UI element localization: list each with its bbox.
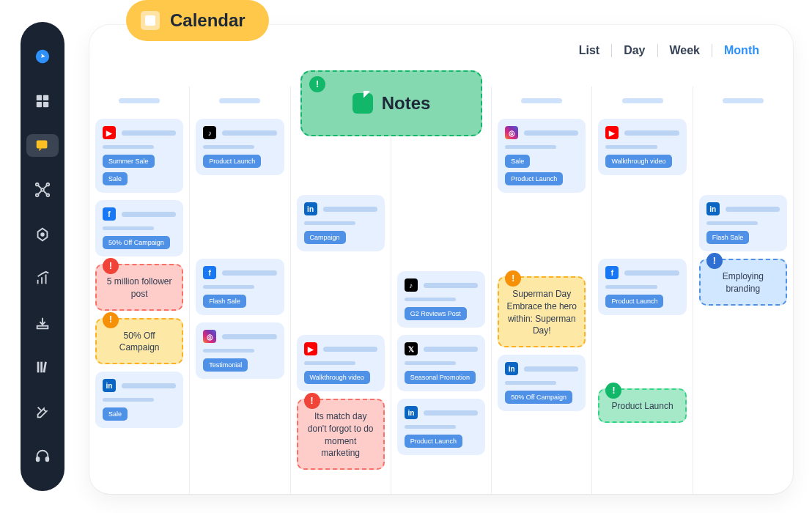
svg-rect-3: [37, 102, 42, 107]
svg-rect-1: [37, 95, 42, 100]
note-card[interactable]: ! 50% Off Campaign: [95, 318, 183, 365]
post-card[interactable]: ▶ Summer SaleSale: [95, 119, 183, 193]
post-card[interactable]: f 50% Off Campaign: [95, 200, 183, 256]
tag[interactable]: Product Launch: [605, 295, 663, 308]
view-day[interactable]: Day: [612, 44, 657, 57]
tag[interactable]: Seasonal Promotion: [405, 371, 476, 384]
day-column: in Flash Sale ! Employing branding: [693, 86, 793, 494]
tag[interactable]: 50% Off Campaign: [505, 391, 572, 404]
notes-label: Notes: [382, 93, 431, 114]
instagram-icon: ◎: [203, 330, 216, 343]
note-card[interactable]: ! Its match day don't forgot to do momen…: [297, 399, 385, 470]
tiktok-icon: ♪: [405, 278, 418, 292]
post-card[interactable]: in Product Launch: [397, 399, 485, 455]
note-text: Its match day don't forgot to do moment …: [306, 410, 376, 460]
sidebar-tools-icon[interactable]: [26, 401, 59, 424]
note-card[interactable]: ! Superman Day Embrace the hero within: …: [498, 276, 586, 347]
note-card[interactable]: ! Employing branding: [699, 259, 787, 306]
svg-rect-2: [43, 95, 48, 100]
tag[interactable]: Sale: [103, 407, 128, 421]
svg-rect-24: [43, 362, 47, 373]
tag[interactable]: 50% Off Campaign: [103, 236, 170, 249]
view-week[interactable]: Week: [658, 44, 712, 57]
post-card[interactable]: in Campaign: [297, 195, 385, 251]
post-card[interactable]: in 50% Off Campaign: [498, 355, 586, 411]
facebook-icon: f: [203, 266, 216, 279]
tag[interactable]: Product Launch: [505, 172, 563, 185]
note-card[interactable]: ! Product Launch: [598, 388, 686, 423]
page-title: Calendar: [170, 10, 246, 31]
linkedin-icon: in: [706, 202, 720, 215]
tag[interactable]: Product Launch: [203, 155, 261, 168]
sidebar-dashboard-icon[interactable]: [26, 90, 59, 113]
day-header: [196, 92, 284, 108]
day-header: [498, 92, 586, 108]
note-card[interactable]: ! 5 million follower post: [95, 264, 183, 311]
tag[interactable]: Sale: [103, 172, 128, 185]
svg-point-16: [41, 233, 44, 236]
sidebar-analytics-icon[interactable]: [26, 267, 59, 290]
calendar-grid: ▶ Summer SaleSale f 50% Off Campaign ! 5…: [89, 86, 793, 494]
svg-line-25: [38, 407, 42, 411]
tag[interactable]: Product Launch: [405, 435, 462, 448]
view-month[interactable]: Month: [712, 44, 771, 57]
sidebar-nav-icon[interactable]: [26, 45, 59, 68]
post-card[interactable]: ◎ SaleProduct Launch: [498, 119, 586, 193]
tiktok-icon: ♪: [203, 126, 216, 139]
post-card[interactable]: in Flash Sale: [699, 195, 787, 251]
calendar-pill: Calendar: [126, 0, 269, 41]
note-icon: [353, 93, 373, 114]
tag[interactable]: Walkthrough video: [304, 371, 370, 384]
post-card[interactable]: ♪ G2 Reviews Post: [397, 271, 485, 328]
day-column: ▶ Walkthrough video f Product Launch ! P…: [591, 86, 692, 494]
svg-rect-4: [43, 102, 48, 107]
post-card[interactable]: in Sale: [95, 372, 183, 428]
view-tabs: List Day Week Month: [567, 44, 771, 57]
tag[interactable]: Walkthrough video: [605, 155, 671, 168]
sidebar-download-icon[interactable]: [26, 312, 59, 335]
post-card[interactable]: ▶ Walkthrough video: [598, 119, 686, 175]
sidebar-chat-icon[interactable]: [26, 134, 59, 157]
svg-point-9: [36, 194, 39, 197]
note-text: 50% Off Campaign: [104, 330, 174, 355]
tag[interactable]: Summer Sale: [103, 155, 155, 168]
linkedin-icon: in: [505, 362, 518, 375]
day-header: [598, 92, 686, 108]
post-card[interactable]: 𝕏 Seasonal Promotion: [397, 335, 485, 391]
day-column: ♪ Product Launch f Flash Sale ◎ Testimon…: [189, 86, 289, 494]
notes-block[interactable]: ! Notes: [300, 70, 482, 136]
day-header: [95, 92, 183, 108]
youtube-icon: ▶: [605, 126, 619, 139]
alert-icon: !: [605, 383, 621, 399]
note-text: Employing branding: [708, 270, 778, 295]
facebook-icon: f: [605, 266, 619, 279]
post-card[interactable]: f Product Launch: [598, 259, 686, 315]
alert-icon: !: [103, 258, 119, 274]
svg-rect-5: [37, 141, 48, 149]
tag[interactable]: G2 Reviews Post: [405, 307, 467, 320]
sidebar-support-icon[interactable]: [26, 445, 59, 468]
view-list[interactable]: List: [567, 44, 611, 57]
sidebar-library-icon[interactable]: [26, 356, 59, 379]
post-card[interactable]: ▶ Walkthrough video: [297, 335, 385, 391]
svg-point-10: [47, 194, 50, 197]
sidebar-target-icon[interactable]: [26, 223, 59, 246]
svg-line-14: [44, 191, 47, 194]
linkedin-icon: in: [405, 406, 418, 419]
alert-icon: !: [103, 312, 119, 328]
instagram-icon: ◎: [505, 126, 518, 139]
svg-rect-26: [37, 457, 40, 462]
svg-point-8: [47, 183, 50, 186]
note-text: Superman Day Embrace the hero within: Su…: [506, 288, 577, 337]
svg-point-7: [36, 183, 39, 186]
post-card[interactable]: f Flash Sale: [196, 259, 284, 315]
tag[interactable]: Flash Sale: [706, 231, 750, 244]
tag[interactable]: Testimonial: [203, 358, 248, 372]
post-card[interactable]: ♪ Product Launch: [196, 119, 284, 175]
tag[interactable]: Campaign: [304, 231, 346, 244]
tag[interactable]: Flash Sale: [203, 295, 246, 308]
day-column: ▶ Summer SaleSale f 50% Off Campaign ! 5…: [89, 86, 189, 494]
tag[interactable]: Sale: [505, 155, 530, 168]
sidebar-hub-icon[interactable]: [26, 179, 59, 202]
post-card[interactable]: ◎ Testimonial: [196, 322, 284, 379]
